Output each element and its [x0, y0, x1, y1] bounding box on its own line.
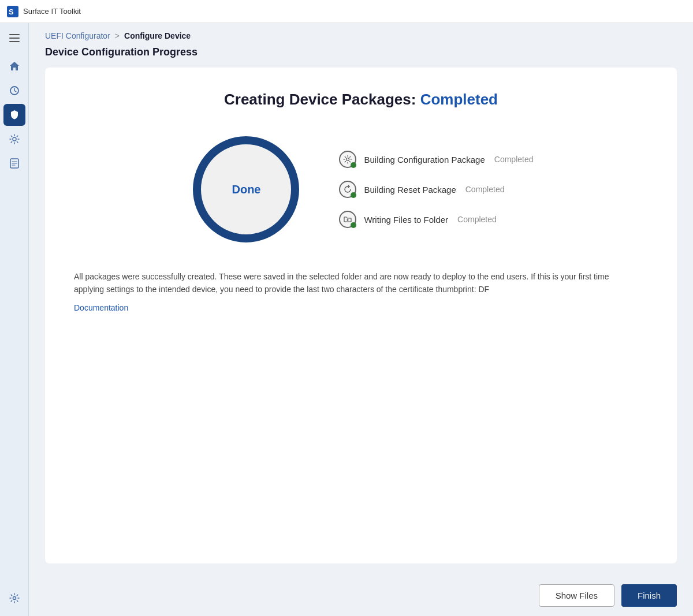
- sidebar-item-uefi[interactable]: [3, 104, 25, 126]
- svg-text:S: S: [9, 8, 14, 16]
- step-icon-build-reset: [338, 180, 357, 199]
- breadcrumb-current: Configure Device: [124, 31, 191, 40]
- step-status-build-config: Completed: [494, 155, 534, 164]
- svg-point-12: [347, 219, 349, 221]
- hamburger-icon: [9, 33, 20, 43]
- main-content: UEFI Configurator > Configure Device Dev…: [29, 23, 693, 616]
- svg-rect-2: [9, 34, 20, 35]
- sidebar-item-tools[interactable]: [3, 128, 25, 150]
- breadcrumb-separator: >: [115, 31, 120, 40]
- breadcrumb: UEFI Configurator > Configure Device: [29, 23, 693, 46]
- svg-rect-4: [9, 41, 20, 42]
- svg-point-8: [13, 597, 16, 600]
- updates-icon: [9, 85, 20, 96]
- sidebar-item-updates[interactable]: [3, 80, 25, 102]
- completed-dot: [351, 162, 356, 168]
- content-area: Device Configuration Progress Creating D…: [29, 46, 693, 575]
- progress-heading: Creating Device Packages: Completed: [74, 91, 648, 109]
- tools-icon: [9, 133, 20, 145]
- description-text: All packages were successfully created. …: [74, 270, 617, 296]
- steps-list: Building Configuration Package Completed: [338, 150, 533, 229]
- step-item: Writing Files to Folder Completed: [338, 210, 533, 229]
- step-icon-build-config: [338, 150, 357, 169]
- show-files-button[interactable]: Show Files: [539, 584, 614, 607]
- progress-circle: Done: [188, 132, 304, 247]
- svg-point-6: [13, 137, 16, 141]
- step-name-write-files: Writing Files to Folder: [364, 215, 448, 225]
- breadcrumb-parent[interactable]: UEFI Configurator: [45, 31, 110, 40]
- progress-heading-prefix: Creating Device Packages:: [224, 91, 420, 108]
- app-logo-icon: S: [7, 6, 18, 17]
- step-name-build-reset: Building Reset Package: [364, 185, 456, 195]
- title-bar: S Surface IT Toolkit: [0, 0, 693, 23]
- step-name-build-config: Building Configuration Package: [364, 155, 485, 165]
- sidebar-item-settings[interactable]: [3, 587, 25, 609]
- menu-toggle-button[interactable]: [4, 28, 25, 48]
- step-item: Building Reset Package Completed: [338, 180, 533, 199]
- step-status-build-reset: Completed: [465, 185, 505, 194]
- circle-done-label: Done: [232, 183, 260, 196]
- progress-body: Done: [74, 132, 648, 247]
- reports-icon: [9, 158, 20, 169]
- completed-dot: [351, 222, 356, 228]
- documentation-link[interactable]: Documentation: [74, 303, 648, 312]
- page-title: Device Configuration Progress: [45, 46, 677, 58]
- finish-button[interactable]: Finish: [621, 584, 677, 607]
- sidebar-item-home[interactable]: [3, 55, 25, 77]
- progress-status-text: Completed: [420, 91, 498, 108]
- footer-actions: Show Files Finish: [29, 575, 693, 616]
- step-status-write-files: Completed: [457, 215, 497, 224]
- sidebar-item-reports[interactable]: [3, 152, 25, 174]
- home-icon: [9, 61, 20, 72]
- completed-dot: [351, 192, 356, 198]
- svg-rect-3: [9, 38, 20, 39]
- shield-icon: [9, 109, 20, 121]
- progress-card: Creating Device Packages: Completed Done: [45, 68, 677, 563]
- sidebar: [0, 23, 29, 616]
- app-title: Surface IT Toolkit: [23, 7, 81, 16]
- sidebar-nav: [0, 53, 28, 177]
- settings-icon: [9, 592, 20, 604]
- svg-point-11: [346, 158, 349, 161]
- step-item: Building Configuration Package Completed: [338, 150, 533, 169]
- step-icon-write-files: [338, 210, 357, 229]
